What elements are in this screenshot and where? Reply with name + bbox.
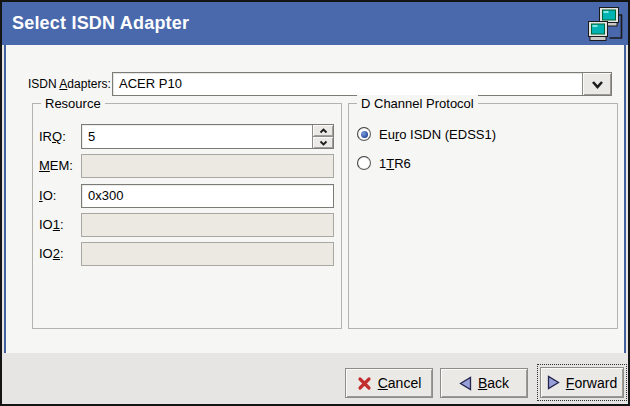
irq-spinner <box>312 125 333 148</box>
titlebar: Select ISDN Adapter <box>2 2 628 45</box>
spin-down-button[interactable] <box>313 136 333 148</box>
dialog-inner: Select ISDN Adapter ISDN Adapters: ACE <box>2 2 628 404</box>
io-field[interactable]: 0x300 <box>81 184 334 208</box>
io2-label: IO2: <box>39 242 64 266</box>
forward-button-focus-frame: Forward <box>537 364 627 401</box>
io-label: IO: <box>39 184 56 208</box>
red-x-icon <box>357 376 372 391</box>
dialog-window: Select ISDN Adapter ISDN Adapters: ACE <box>0 0 630 406</box>
chevron-down-icon <box>591 80 604 89</box>
mem-label: MEM: <box>39 154 73 178</box>
mem-field <box>81 154 334 178</box>
irq-spinbox[interactable]: 5 <box>81 124 334 149</box>
cancel-button-label: Cancel <box>378 375 422 391</box>
radio-1tr6[interactable]: 1TR6 <box>357 154 411 172</box>
cancel-button[interactable]: Cancel <box>345 368 433 398</box>
spin-up-button[interactable] <box>313 125 333 136</box>
forward-button-label: Forward <box>566 375 617 391</box>
chevron-up-icon <box>319 128 328 134</box>
irq-label: IRQ: <box>39 124 66 149</box>
isdn-adapter-combobox[interactable]: ACER P10 <box>112 72 612 96</box>
isdn-adapters-label: ISDN Adapters: <box>28 72 111 96</box>
radio-euro-isdn-label: Euro ISDN (EDSS1) <box>379 127 496 142</box>
radio-1tr6-label: 1TR6 <box>379 156 411 171</box>
back-button[interactable]: Back <box>440 368 528 398</box>
io-value: 0x300 <box>82 185 333 207</box>
button-bar <box>2 353 628 404</box>
irq-value: 5 <box>82 125 333 148</box>
io1-label: IO1: <box>39 213 64 237</box>
io1-field <box>81 213 334 237</box>
network-computers-icon <box>587 6 623 44</box>
radio-euro-isdn[interactable]: Euro ISDN (EDSS1) <box>357 125 496 143</box>
back-button-label: Back <box>478 375 509 391</box>
io2-field <box>81 242 334 266</box>
right-arrow-icon <box>547 375 560 390</box>
chevron-down-icon <box>319 140 328 146</box>
combo-dropdown-button[interactable] <box>582 73 611 95</box>
isdn-adapter-value[interactable]: ACER P10 <box>113 73 581 95</box>
d-channel-protocol-title: D Channel Protocol <box>357 95 478 112</box>
forward-button[interactable]: Forward <box>540 367 624 398</box>
d-channel-protocol-group: D Channel Protocol Euro ISDN (EDSS1) 1TR… <box>348 103 618 329</box>
dialog-title: Select ISDN Adapter <box>2 13 189 34</box>
resource-group: Resource IRQ: 5 MEM: <box>32 103 342 329</box>
radio-indicator-icon <box>357 156 371 170</box>
radio-indicator-icon <box>357 127 371 141</box>
resource-group-title: Resource <box>41 95 105 112</box>
left-arrow-icon <box>459 376 472 391</box>
